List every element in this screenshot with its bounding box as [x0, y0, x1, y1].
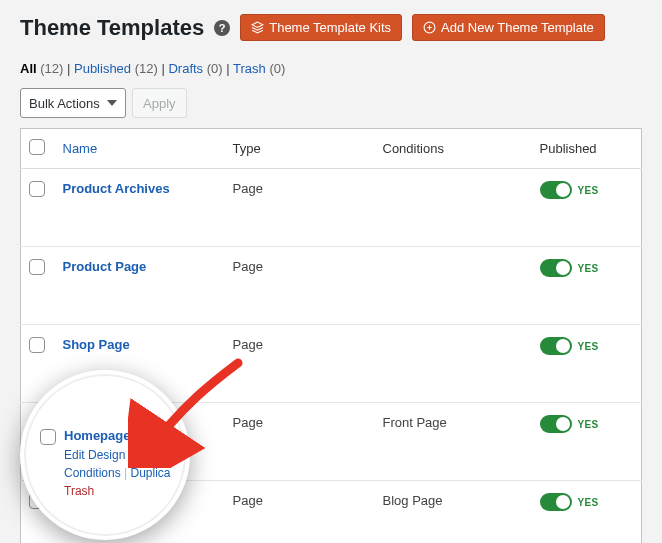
column-type: Type: [225, 129, 375, 169]
row-type: Page: [225, 403, 375, 481]
edit-design-link[interactable]: Edit Design: [64, 448, 125, 462]
row-checkbox[interactable]: [29, 181, 45, 197]
row-checkbox[interactable]: [40, 429, 56, 445]
row-title-link[interactable]: Product Page: [63, 259, 147, 274]
row-title-link[interactable]: Product Archives: [63, 181, 170, 196]
filter-published[interactable]: Published: [74, 61, 131, 76]
duplicate-link[interactable]: Duplica: [131, 466, 171, 480]
toggle-label: YES: [578, 263, 599, 274]
trash-link[interactable]: Trash: [64, 484, 94, 498]
row-conditions: Front Page: [375, 403, 532, 481]
row-actions: Edit Design | Edit Conditions | Duplica …: [64, 446, 176, 500]
row-title-link[interactable]: Shop Page: [63, 337, 130, 352]
published-toggle[interactable]: [540, 337, 572, 355]
add-new-theme-template-button[interactable]: Add New Theme Template: [412, 14, 605, 41]
magnified-row-preview: Homepage Edit Design | Edit Conditions |…: [20, 370, 190, 540]
svg-marker-0: [252, 22, 263, 27]
row-conditions: Blog Page: [375, 481, 532, 544]
plus-circle-icon: [423, 21, 436, 34]
column-conditions: Conditions: [375, 129, 532, 169]
bulk-actions-select[interactable]: Bulk Actions: [20, 88, 126, 118]
row-checkbox[interactable]: [29, 337, 45, 353]
help-icon[interactable]: ?: [214, 20, 230, 36]
column-name-sort[interactable]: Name: [63, 141, 98, 156]
published-toggle[interactable]: [540, 181, 572, 199]
table-row: Product Page Page YES: [21, 247, 642, 325]
toggle-label: YES: [578, 419, 599, 430]
view-filters: All (12) | Published (12) | Drafts (0) |…: [20, 61, 642, 76]
apply-button[interactable]: Apply: [132, 88, 187, 118]
theme-template-kits-button[interactable]: Theme Template Kits: [240, 14, 402, 41]
filter-all[interactable]: All: [20, 61, 37, 76]
published-toggle[interactable]: [540, 259, 572, 277]
row-conditions: [375, 169, 532, 247]
row-title-link[interactable]: Homepage: [64, 428, 130, 443]
row-type: Page: [225, 325, 375, 403]
row-conditions: [375, 325, 532, 403]
table-row: Product Archives Page YES: [21, 169, 642, 247]
page-title: Theme Templates: [20, 15, 204, 41]
toggle-label: YES: [578, 497, 599, 508]
row-type: Page: [225, 247, 375, 325]
published-toggle[interactable]: [540, 493, 572, 511]
row-type: Page: [225, 169, 375, 247]
row-conditions: [375, 247, 532, 325]
toggle-label: YES: [578, 185, 599, 196]
filter-drafts[interactable]: Drafts: [168, 61, 203, 76]
filter-trash[interactable]: Trash: [233, 61, 266, 76]
toggle-label: YES: [578, 341, 599, 352]
row-checkbox[interactable]: [29, 259, 45, 275]
layers-icon: [251, 21, 264, 34]
published-toggle[interactable]: [540, 415, 572, 433]
column-published: Published: [532, 129, 642, 169]
row-type: Page: [225, 481, 375, 544]
select-all-checkbox[interactable]: [29, 139, 45, 155]
